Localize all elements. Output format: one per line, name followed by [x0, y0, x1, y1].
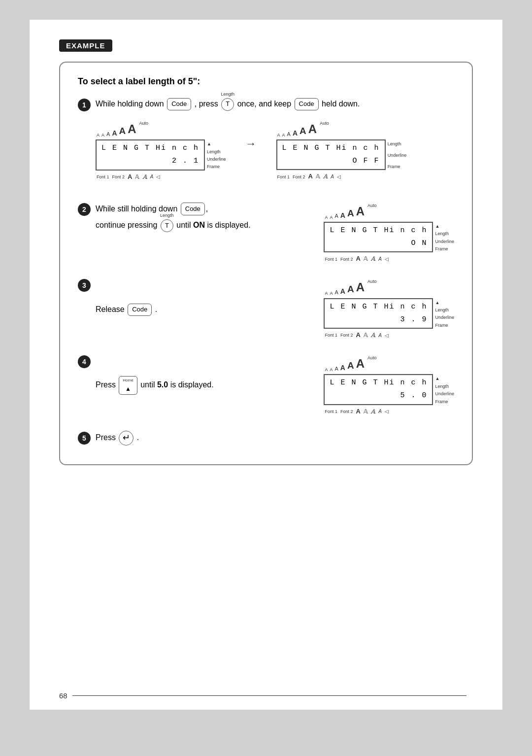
page-number: 68 [59, 691, 466, 700]
step2-display: A A A A A A Auto L [324, 202, 454, 265]
step1-text1: While holding down [96, 100, 166, 108]
home-key: Home ▲ [119, 376, 137, 395]
step-5-number: 5 [78, 432, 91, 445]
step1-text4: held down. [322, 100, 360, 108]
font-indicators-4: A A A A A A Auto [324, 278, 376, 297]
arrow-between-displays: → [246, 135, 257, 167]
step1-text2: , press [195, 100, 220, 108]
lcd-right-labels-4: ▲ Length Underline Frame [435, 298, 454, 329]
step-3-number: 3 [78, 279, 91, 292]
lcd-line1-3: L E N G T Hi n c h [330, 225, 427, 237]
code-key-1: Code [167, 98, 191, 110]
display-3: A A A A A A Auto L [324, 202, 454, 265]
step-5-content: Press ↵ . [96, 431, 454, 446]
lcd-line1-1: L E N G T Hi n c h [101, 142, 199, 154]
code-key-3: Code [181, 203, 205, 215]
step3-display: A A A A A A Auto L [324, 278, 454, 341]
font-indicators-2: A A A A A A Auto [276, 120, 329, 138]
lcd-right-labels-3: ▲ Length Underline Frame [435, 222, 454, 253]
step-1-content: While holding down Code , press Length T… [96, 98, 454, 188]
lcd-bottom-1: Font 1 Font 2 A 𝔸 𝔸 A ◁ [96, 172, 160, 182]
lcd-line2-1: 2 . 1 [101, 155, 199, 167]
T-key-2: Length T [161, 219, 173, 232]
step-3-content: Release Code . A A A A A A [96, 278, 454, 341]
lcd-bottom-2: Font 1 Font 2 A 𝔸 𝔸 A ◁ [276, 172, 341, 182]
step2-text: While still holding down Code, continue … [96, 202, 314, 233]
step4-display: A A A A A A Auto L [324, 354, 454, 417]
display-2: A A A A A A Auto L E N G T Hi n c h [276, 120, 407, 182]
step-4-content: Press Home ▲ until 5.0 is displayed. A A [96, 354, 454, 417]
lcd-right-labels-1: ▲ Length Underline Frame [207, 139, 226, 171]
lcd-line2-4: 3 . 9 [330, 314, 427, 326]
step4-text1: Press [96, 381, 118, 389]
step-4-number: 4 [78, 355, 91, 368]
step3-text: Release [96, 305, 127, 313]
lcd-line1-2: L E N G T Hi n c h [282, 142, 380, 154]
lcd-right-labels-2: Length Underline Frame [388, 139, 407, 170]
code-key-4: Code [128, 304, 152, 316]
lcd-line2-5: 5 . 0 [330, 390, 427, 402]
step3-period: . [155, 305, 157, 313]
lcd-screen-5: L E N G T Hi n c h 5 . 0 [324, 374, 433, 405]
lcd-bottom-3: Font 1 Font 2 A 𝔸 𝔸 A ◁ [324, 254, 388, 264]
page: EXAMPLE To select a label length of 5": … [30, 20, 502, 710]
lcd-bottom-4: Font 1 Font 2 A 𝔸 𝔸 A ◁ [324, 330, 388, 341]
step-2-content: While still holding down Code, continue … [96, 202, 454, 265]
step1-text3: once, and keep [237, 100, 294, 108]
lcd-line1-4: L E N G T Hi n c h [330, 301, 427, 313]
lcd-screen-4: L E N G T Hi n c h 3 . 9 [324, 298, 433, 329]
step5-period: . [137, 433, 139, 442]
lcd-screen-1: L E N G T Hi n c h 2 . 1 [96, 139, 205, 171]
lcd-line1-5: L E N G T Hi n c h [330, 377, 427, 389]
step-1-number: 1 [78, 99, 91, 111]
T-key-1: Length T [221, 98, 234, 111]
display-5: A A A A A A Auto L [324, 354, 454, 417]
lcd-screen-2: L E N G T Hi n c h O F F [276, 139, 386, 170]
lcd-screen-3: L E N G T Hi n c h O N [324, 222, 433, 253]
step-4: 4 Press Home ▲ until 5.0 is displayed. [78, 354, 454, 417]
example-badge: EXAMPLE [59, 39, 112, 52]
box-title: To select a label length of 5": [78, 76, 454, 87]
step-3: 3 Release Code . A A A [78, 278, 454, 341]
font-indicators-1: A A A A A A Auto [96, 120, 148, 138]
step4-text2: until 5.0 is displayed. [140, 381, 214, 389]
step-1: 1 While holding down Code , press Length… [78, 98, 454, 188]
enter-key: ↵ [119, 431, 133, 446]
main-box: To select a label length of 5": 1 While … [59, 62, 473, 465]
font-indicators-5: A A A A A A Auto [324, 354, 376, 373]
T-key-top-label: Length [221, 91, 234, 98]
font-indicators-3: A A A A A A Auto [324, 202, 376, 221]
step-5: 5 Press ↵ . [78, 431, 454, 446]
step5-text: Press [96, 433, 116, 442]
lcd-right-labels-5: ▲ Length Underline Frame [435, 374, 454, 405]
display-4: A A A A A A Auto L [324, 278, 454, 341]
step-2: 2 While still holding down Code, continu… [78, 202, 454, 265]
lcd-bottom-5: Font 1 Font 2 A 𝔸 𝔸 A ◁ [324, 407, 388, 417]
code-key-2: Code [295, 98, 319, 110]
lcd-line2-3: O N [330, 238, 427, 249]
display-1: A A A A A A Auto L E N G T Hi n c h [96, 120, 226, 182]
lcd-line2-2: O F F [282, 155, 380, 167]
step-2-number: 2 [78, 203, 91, 216]
